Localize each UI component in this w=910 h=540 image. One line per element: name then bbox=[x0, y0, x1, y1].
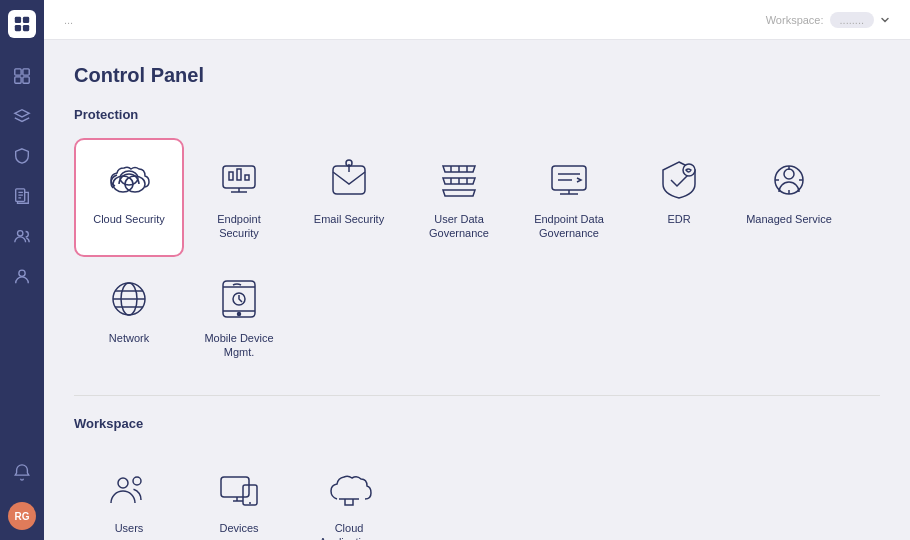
page-title: Control Panel bbox=[74, 64, 880, 87]
endpoint-data-governance-card[interactable]: Endpoint Data Governance bbox=[514, 138, 624, 257]
endpoint-security-card[interactable]: Endpoint Security bbox=[184, 138, 294, 257]
protection-grid: Cloud Security Endpoint Security bbox=[74, 138, 880, 375]
cloud-applications-card[interactable]: Cloud Applications bbox=[294, 447, 404, 540]
svg-point-17 bbox=[683, 164, 695, 176]
svg-rect-27 bbox=[243, 485, 257, 505]
svg-rect-0 bbox=[15, 17, 21, 23]
devices-card[interactable]: Devices bbox=[184, 447, 294, 540]
svg-rect-5 bbox=[23, 69, 29, 75]
user-avatar[interactable]: RG bbox=[8, 502, 36, 530]
managed-service-card[interactable]: Managed Service bbox=[734, 138, 844, 257]
svg-point-9 bbox=[18, 231, 23, 236]
svg-rect-2 bbox=[15, 25, 21, 31]
endpoint-security-label: Endpoint Security bbox=[196, 212, 282, 241]
workspace-label: Workspace: bbox=[766, 14, 824, 26]
shield-icon[interactable] bbox=[4, 138, 40, 174]
reports-icon[interactable] bbox=[4, 178, 40, 214]
logo[interactable] bbox=[8, 10, 36, 38]
users-card[interactable]: Users bbox=[74, 447, 184, 540]
bell-icon[interactable] bbox=[4, 454, 40, 490]
svg-point-24 bbox=[118, 478, 128, 488]
cloud-security-card[interactable]: Cloud Security bbox=[74, 138, 184, 257]
network-card[interactable]: Network bbox=[74, 257, 184, 376]
svg-rect-3 bbox=[23, 25, 29, 31]
main-area: ... Workspace: ........ Control Panel Pr… bbox=[44, 0, 910, 540]
users-label: Users bbox=[115, 521, 144, 535]
person-icon[interactable] bbox=[4, 258, 40, 294]
svg-rect-6 bbox=[15, 77, 21, 83]
dashboard-icon[interactable] bbox=[4, 58, 40, 94]
section-workspace-label: Workspace bbox=[74, 416, 880, 431]
layers-icon[interactable] bbox=[4, 98, 40, 134]
mobile-device-mgmt-label: Mobile Device Mgmt. bbox=[196, 331, 282, 360]
svg-rect-1 bbox=[23, 17, 29, 23]
svg-point-22 bbox=[238, 312, 241, 315]
topbar-title: ... bbox=[64, 14, 73, 26]
users-icon[interactable] bbox=[4, 218, 40, 254]
topbar: ... Workspace: ........ bbox=[44, 0, 910, 40]
content-area: Control Panel Protection Cloud Security bbox=[44, 40, 910, 540]
email-security-label: Email Security bbox=[314, 212, 384, 226]
chevron-down-icon bbox=[880, 15, 890, 25]
svg-point-25 bbox=[133, 477, 141, 485]
mobile-device-mgmt-card[interactable]: Mobile Device Mgmt. bbox=[184, 257, 294, 376]
svg-rect-4 bbox=[15, 69, 21, 75]
email-security-card[interactable]: Email Security bbox=[294, 138, 404, 257]
cloud-security-label: Cloud Security bbox=[93, 212, 165, 226]
workspace-selector[interactable]: Workspace: ........ bbox=[766, 12, 890, 28]
endpoint-data-governance-label: Endpoint Data Governance bbox=[526, 212, 612, 241]
user-data-governance-label: User Data Governance bbox=[416, 212, 502, 241]
edr-label: EDR bbox=[667, 212, 690, 226]
section-protection-label: Protection bbox=[74, 107, 880, 122]
network-label: Network bbox=[109, 331, 149, 345]
edr-card[interactable]: EDR bbox=[624, 138, 734, 257]
svg-rect-16 bbox=[552, 166, 586, 190]
svg-point-10 bbox=[19, 270, 25, 276]
user-data-governance-card[interactable]: User Data Governance bbox=[404, 138, 514, 257]
svg-rect-26 bbox=[221, 477, 249, 497]
svg-rect-7 bbox=[23, 77, 29, 83]
devices-label: Devices bbox=[219, 521, 258, 535]
cloud-applications-label: Cloud Applications bbox=[306, 521, 392, 540]
sidebar: RG bbox=[0, 0, 44, 540]
svg-point-19 bbox=[784, 169, 794, 179]
managed-service-label: Managed Service bbox=[746, 212, 832, 226]
workspace-name: ........ bbox=[830, 12, 874, 28]
divider-1 bbox=[74, 395, 880, 396]
workspace-grid: Users Devices Cloud Applica bbox=[74, 447, 880, 540]
